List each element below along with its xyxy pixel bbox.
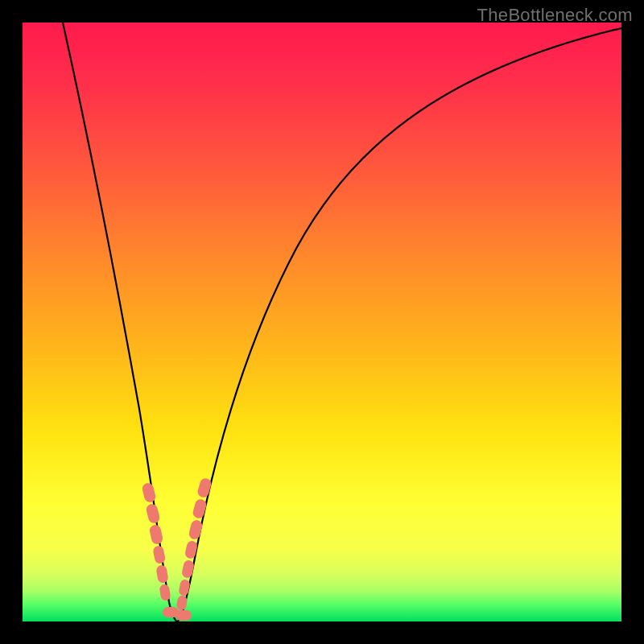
bead	[196, 477, 213, 499]
bead	[178, 579, 191, 597]
watermark-text: TheBottleneck.com	[477, 5, 633, 26]
bead	[181, 559, 195, 579]
bead	[152, 545, 166, 564]
bead	[155, 564, 169, 584]
plot-area	[23, 23, 621, 621]
bottleneck-curve	[63, 23, 621, 621]
chart-canvas: TheBottleneck.com	[0, 0, 644, 644]
bead	[149, 524, 164, 545]
bead	[159, 584, 171, 601]
curve-layer	[23, 23, 621, 621]
bead	[141, 482, 156, 504]
bead	[184, 540, 199, 559]
beads-bottom-group	[163, 607, 192, 621]
bead	[175, 610, 192, 621]
bead	[145, 503, 160, 525]
bead	[192, 498, 208, 520]
